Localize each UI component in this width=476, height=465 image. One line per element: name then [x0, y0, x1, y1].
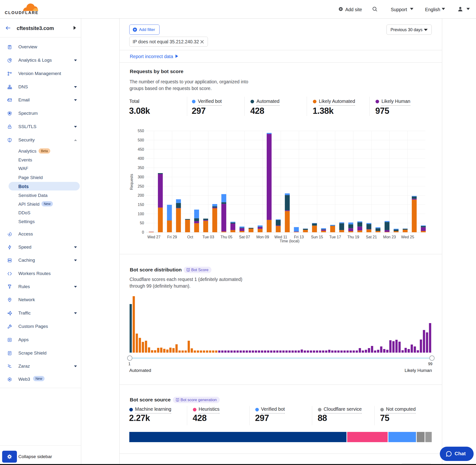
- svg-text:Tue 03: Tue 03: [202, 235, 214, 239]
- svg-text:500: 500: [138, 138, 144, 142]
- svg-text:300: 300: [138, 175, 144, 179]
- svg-text:0: 0: [142, 230, 144, 234]
- svg-text:150: 150: [138, 203, 144, 207]
- svg-text:Mon 09: Mon 09: [256, 235, 269, 239]
- svg-text:Thu 19: Thu 19: [348, 235, 359, 239]
- svg-text:550: 550: [138, 129, 144, 133]
- svg-text:Wed 27: Wed 27: [148, 235, 160, 239]
- svg-text:Thu 05: Thu 05: [221, 235, 233, 239]
- svg-text:CLOUDFLARE: CLOUDFLARE: [5, 11, 39, 15]
- svg-text:450: 450: [138, 147, 144, 151]
- svg-text:Mon 23: Mon 23: [383, 235, 396, 239]
- svg-text:Tue 17: Tue 17: [329, 235, 341, 239]
- svg-text:Requests: Requests: [129, 174, 134, 190]
- svg-text:350: 350: [138, 166, 144, 170]
- svg-text:Wed 11: Wed 11: [274, 235, 287, 239]
- svg-text:400: 400: [138, 157, 144, 160]
- svg-text:250: 250: [138, 184, 144, 188]
- svg-text:Fri 13: Fri 13: [294, 235, 304, 239]
- svg-text:Wed 25: Wed 25: [401, 235, 414, 239]
- svg-text:Oct: Oct: [187, 235, 193, 239]
- svg-text:Time (local): Time (local): [280, 239, 300, 243]
- svg-text:200: 200: [138, 193, 144, 197]
- svg-text:100: 100: [138, 212, 144, 216]
- svg-text:Sat 21: Sat 21: [366, 235, 377, 239]
- svg-text:Sun 15: Sun 15: [311, 235, 323, 239]
- svg-text:50: 50: [140, 221, 144, 225]
- svg-text:Fri 29: Fri 29: [167, 235, 177, 239]
- svg-text:Sat 07: Sat 07: [239, 235, 250, 239]
